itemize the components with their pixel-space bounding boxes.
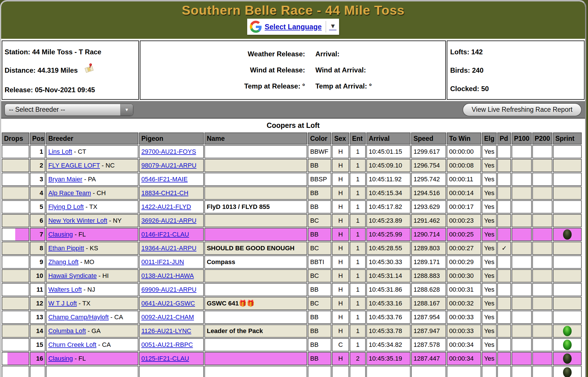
pigeon-link[interactable]: 1126-AU21-LYNC [141, 327, 191, 334]
pos-cell: 4 [30, 186, 45, 200]
p100-cell [512, 173, 532, 186]
sex-cell: H [332, 173, 349, 186]
pigeon-cell: 98079-AU21-ARPU [139, 159, 204, 172]
sprint-cell [553, 145, 582, 158]
breeder-link[interactable]: Hawaii Syndicate [48, 272, 97, 279]
sex-cell: C [332, 338, 349, 351]
pigeon-link[interactable]: 0011-IF21-JUN [141, 258, 184, 266]
sex-cell [332, 366, 349, 377]
breeder-link[interactable]: Churn Creek Loft [48, 341, 96, 348]
pigeon-cell: 69909-AU21-ARPU [139, 283, 204, 296]
pigeon-link[interactable]: 0546-IF21-MAIE [141, 176, 187, 183]
sex-cell: H [332, 311, 349, 324]
breeder-link[interactable]: Bryan Maier [48, 176, 82, 183]
pigeon-link[interactable]: 69909-AU21-ARPU [141, 286, 196, 293]
pigeon-link[interactable]: 19364-AU21-ARPU [141, 245, 196, 252]
pigeon-link[interactable]: 0051-AU21-RBPC [141, 341, 193, 348]
select-language-link[interactable]: Select Language [265, 23, 322, 31]
color-cell: BC [308, 214, 331, 227]
sprint-cell [553, 311, 582, 324]
breeder-select-value: -- Select Breeder -- [5, 106, 65, 114]
language-dropdown-arrow[interactable]: ▼ [329, 23, 336, 30]
breeder-cell: Flying D Loft - TX [46, 200, 138, 213]
view-live-report-button[interactable]: View Live Refreshing Race Report [463, 103, 582, 116]
map-icon[interactable] [84, 62, 95, 76]
table-row: 13 Champ Camp/Hayloft - CA 0092-AU21-CHA… [2, 311, 582, 324]
color-cell: BC [308, 242, 331, 255]
table-row: 5 Flying D Loft - TX 1422-AU21-FLYD FlyD… [2, 200, 582, 213]
breeder-cell: Clausing - FL [46, 352, 138, 365]
google-translate-widget[interactable]: Select Language ▼ [247, 19, 339, 35]
breeder-state: - CA [109, 313, 123, 321]
pigeon-cell [139, 366, 204, 377]
ent-cell: 1 [350, 159, 366, 172]
color-cell: BB [308, 283, 331, 296]
breeder-link[interactable]: Ethan Pippitt [48, 245, 84, 252]
p200-cell [532, 186, 552, 200]
towin-cell: 00:00:34 [447, 338, 481, 351]
breeder-link[interactable]: Flying D Loft [48, 203, 84, 210]
pigeon-link[interactable]: 1422-AU21-FLYD [141, 203, 191, 210]
p100-cell [512, 255, 532, 269]
pigeon-link[interactable]: 0125-IF21-CLAU [141, 355, 189, 362]
color-cell: BB [308, 159, 331, 172]
breeder-link[interactable]: FLY EAGLE LOFT [48, 162, 100, 169]
breeder-link[interactable]: Columba Loft [48, 327, 86, 334]
towin-cell: 00:00:08 [447, 159, 481, 172]
sex-cell: H [332, 200, 349, 213]
pigeon-link[interactable]: 0146-IF21-CLAU [141, 231, 189, 238]
pd-cell [497, 186, 511, 200]
name-cell [204, 186, 307, 200]
pigeon-link[interactable]: 36926-AU21-ARPU [141, 217, 196, 224]
pigeon-link[interactable]: 98079-AU21-ARPU [141, 162, 196, 169]
table-row: 3 Bryan Maier - PA 0546-IF21-MAIE BBSP H… [2, 173, 582, 186]
breeder-select[interactable]: -- Select Breeder -- ▼ [5, 104, 133, 116]
name-cell [204, 352, 307, 365]
speed-cell: 1293.629 [411, 200, 446, 213]
col-header-pos: Pos [30, 132, 45, 145]
speed-cell: 1299.617 [411, 145, 446, 158]
pd-cell [497, 283, 511, 296]
pigeon-link[interactable]: 0138-AU21-HAWA [141, 272, 194, 279]
drops-cell [2, 173, 29, 186]
speed-cell: 1289.171 [411, 255, 446, 269]
color-cell: BC [308, 269, 331, 282]
breeder-link[interactable]: Alp Race Team [48, 189, 91, 197]
lofts-count: Lofts: 142 [450, 48, 584, 56]
breeder-link[interactable]: Walters Loft [48, 286, 82, 293]
pd-cell [497, 338, 511, 351]
clocked-count: Clocked: 50 [450, 85, 584, 93]
breeder-link[interactable]: Clausing [48, 231, 73, 238]
ent-cell: 1 [350, 297, 366, 310]
speed-cell: 1296.754 [411, 159, 446, 172]
pigeon-link[interactable]: 29700-AU21-FOYS [141, 148, 196, 155]
ent-cell: 1 [350, 324, 366, 338]
wind-arrival-label: Wind at Arrival: [305, 66, 445, 74]
elg-cell: Yes [482, 173, 497, 186]
drops-spacer [2, 353, 7, 365]
breeder-link[interactable]: Zhang Loft [48, 258, 78, 266]
sprint-cell [553, 255, 582, 269]
pigeon-link[interactable]: 0641-AU21-GSWC [141, 300, 195, 307]
table-row: 14 Columba Loft - GA 1126-AU21-LYNC Lead… [2, 324, 582, 338]
elg-cell: Yes [482, 159, 497, 172]
breeder-link[interactable]: Clausing [48, 355, 73, 362]
race-header: Southern Belle Race - 44 Mile Toss Selec… [1, 1, 585, 39]
p200-cell [532, 255, 552, 269]
sprint-cell [553, 200, 582, 213]
ent-cell: 1 [350, 311, 366, 324]
drops-cell [2, 255, 29, 269]
pigeon-link[interactable]: 0092-AU21-CHAM [141, 313, 194, 321]
pos-cell: 5 [30, 200, 45, 213]
pd-cell [497, 269, 511, 282]
pigeon-link[interactable]: 18834-CH21-CH [141, 189, 188, 197]
breeder-link[interactable]: Champ Camp/Hayloft [48, 313, 109, 321]
breeder-link[interactable]: New York Winter Loft [48, 217, 107, 224]
col-header-ent: Ent [350, 132, 366, 145]
arrival-cell: 10:45:01.15 [366, 145, 411, 158]
drops-cell [2, 200, 29, 213]
p100-cell [512, 338, 532, 351]
breeder-link[interactable]: Lins Loft [48, 148, 72, 155]
arrival-cell: 10:45:15.34 [366, 186, 411, 200]
breeder-link[interactable]: W T J Loft [48, 300, 77, 307]
